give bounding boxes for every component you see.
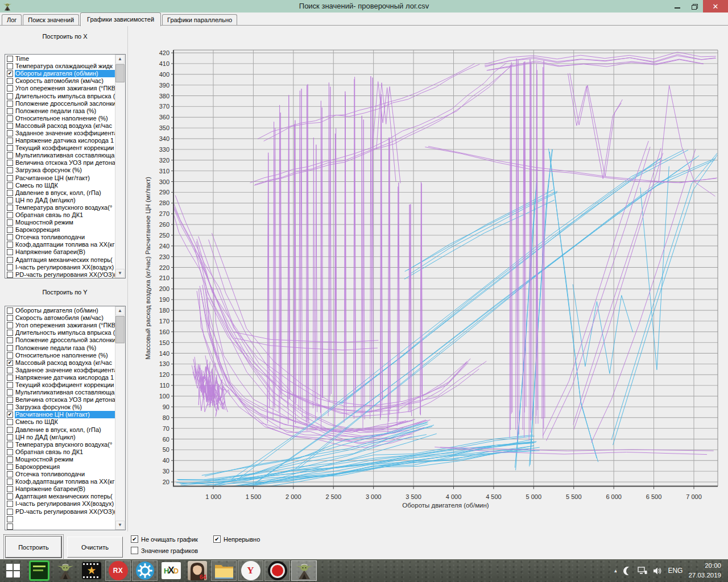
scrollbar-thumb[interactable] bbox=[115, 316, 125, 343]
list-item[interactable]: Текущий коэффициент коррекции bbox=[5, 144, 115, 152]
list-item[interactable]: Положение педали газа (%) bbox=[5, 344, 115, 351]
close-button[interactable]: ✕ bbox=[703, 0, 728, 13]
checkbox[interactable]: ✔ bbox=[213, 535, 221, 543]
item-checkbox[interactable] bbox=[7, 212, 13, 218]
item-checkbox[interactable] bbox=[7, 523, 13, 530]
item-checkbox[interactable] bbox=[7, 197, 13, 203]
list-item[interactable]: Положение дроссельной заслонки bbox=[5, 336, 115, 344]
item-checkbox[interactable] bbox=[7, 205, 13, 211]
list-item[interactable]: Угол опережения зажигания (°ПКВ bbox=[5, 85, 115, 92]
item-checkbox[interactable]: ✔ bbox=[7, 411, 13, 418]
item-checkbox[interactable] bbox=[7, 516, 13, 522]
start-button[interactable] bbox=[0, 559, 26, 582]
clear-button[interactable]: Очистить bbox=[67, 537, 123, 558]
item-checkbox[interactable] bbox=[7, 449, 13, 455]
item-checkbox[interactable] bbox=[7, 167, 13, 173]
item-checkbox[interactable] bbox=[7, 352, 13, 359]
list-item[interactable]: Длительность импульса впрыска ( bbox=[5, 329, 115, 336]
list-item[interactable]: Загрузка форсунок (%) bbox=[5, 404, 115, 411]
item-checkbox[interactable] bbox=[7, 322, 13, 329]
list-item[interactable]: Напряжение датчика кислорода 1 bbox=[5, 374, 115, 381]
scroll-down-arrow[interactable]: ▼ bbox=[115, 521, 125, 530]
list-item[interactable]: Коэф,адаптации топлива на ХХ(кг bbox=[5, 241, 115, 248]
list-item[interactable]: Напряжение батареи(В) bbox=[5, 248, 115, 256]
item-checkbox[interactable] bbox=[7, 397, 13, 403]
tab-search-values[interactable]: Поиск значений bbox=[23, 14, 79, 26]
tab-log[interactable]: Лог bbox=[2, 14, 22, 26]
list-item[interactable] bbox=[5, 516, 115, 523]
hxd-app[interactable]: HXD bbox=[158, 559, 184, 582]
list-item[interactable]: Скорость автомобиля (км/час) bbox=[5, 77, 115, 85]
item-checkbox[interactable] bbox=[7, 509, 13, 515]
list-item[interactable]: Температура впускного воздуха(° bbox=[5, 441, 115, 448]
item-checkbox[interactable] bbox=[7, 471, 13, 477]
item-checkbox[interactable] bbox=[7, 152, 13, 159]
item-checkbox[interactable] bbox=[7, 93, 13, 99]
option-chart-values[interactable]: Значение графиков bbox=[131, 547, 198, 554]
item-checkbox[interactable] bbox=[7, 101, 13, 107]
list-item[interactable]: Мультипликативная составляюща bbox=[5, 389, 115, 396]
list-item[interactable]: Температура охлаждающей жидк bbox=[5, 63, 115, 70]
list-item[interactable]: Загрузка форсунок (%) bbox=[5, 167, 115, 174]
list-item[interactable]: PD-часть регулирования ХХ(УОЗ)( bbox=[5, 271, 115, 278]
item-checkbox[interactable] bbox=[7, 389, 13, 396]
checkbox[interactable]: ✔ bbox=[131, 535, 138, 543]
list-item[interactable]: Напряжение батареи(В) bbox=[5, 485, 115, 493]
list-item[interactable]: Обороты двигателя (об/мин) bbox=[5, 307, 115, 314]
item-checkbox[interactable] bbox=[7, 337, 13, 343]
ecu-chip-app[interactable] bbox=[26, 559, 52, 582]
option-dont-clear-chart[interactable]: ✔ Не очищать график bbox=[131, 535, 198, 543]
list-item[interactable]: Обратная связь по ДК1 bbox=[5, 448, 115, 456]
file-explorer[interactable] bbox=[211, 560, 237, 581]
tab-dependency-charts[interactable]: Графики зависимостей bbox=[80, 13, 161, 26]
item-checkbox[interactable] bbox=[7, 78, 13, 84]
list-item[interactable]: Величина отскока УОЗ при детона bbox=[5, 396, 115, 404]
list-item[interactable]: I-часть регулирования ХХ(воздух) bbox=[5, 500, 115, 508]
tray-app-icon[interactable] bbox=[623, 567, 632, 575]
y-list-scrollbar[interactable]: ▲ ▼ bbox=[115, 306, 125, 530]
scrollbar-thumb[interactable] bbox=[115, 64, 125, 82]
list-item[interactable]: Отсечка топливоподачи bbox=[5, 471, 115, 478]
item-checkbox[interactable] bbox=[7, 63, 13, 69]
item-checkbox[interactable] bbox=[7, 456, 13, 463]
rx-app[interactable]: RX bbox=[105, 560, 131, 581]
item-checkbox[interactable] bbox=[7, 123, 13, 129]
restore-button[interactable] bbox=[686, 0, 703, 13]
item-checkbox[interactable] bbox=[7, 427, 13, 433]
item-checkbox[interactable] bbox=[7, 190, 13, 196]
item-checkbox[interactable] bbox=[7, 315, 13, 321]
list-item[interactable]: Мультипликативная составляюща bbox=[5, 152, 115, 159]
list-item[interactable]: Мощностной режим bbox=[5, 456, 115, 463]
item-checkbox[interactable] bbox=[7, 307, 13, 314]
list-item[interactable]: ✔Массовый расход воздуха (кг/час bbox=[5, 359, 115, 367]
yandex-browser[interactable]: Y bbox=[238, 560, 263, 581]
language-indicator[interactable]: ENG bbox=[668, 567, 682, 575]
item-checkbox[interactable] bbox=[7, 272, 13, 278]
list-item[interactable]: Давление в впуск, колл, (гПа) bbox=[5, 426, 115, 434]
item-checkbox[interactable] bbox=[7, 242, 13, 248]
list-item[interactable]: Time bbox=[5, 55, 115, 63]
list-item[interactable]: Барокоррекция bbox=[5, 463, 115, 471]
list-item[interactable]: Угол опережения зажигания (°ПКВ bbox=[5, 322, 115, 329]
list-item[interactable] bbox=[5, 523, 115, 530]
item-checkbox[interactable]: ✔ bbox=[7, 70, 13, 77]
scroll-up-arrow[interactable]: ▲ bbox=[115, 55, 125, 64]
item-checkbox[interactable] bbox=[7, 138, 13, 144]
x-list-scrollbar[interactable]: ▲ ▼ bbox=[115, 55, 125, 278]
item-checkbox[interactable] bbox=[7, 367, 13, 373]
list-item[interactable]: Адаптация механических потерь( bbox=[5, 256, 115, 264]
scroll-down-arrow[interactable]: ▼ bbox=[115, 269, 125, 278]
item-checkbox[interactable] bbox=[7, 249, 13, 255]
list-item[interactable]: Длительность импульса впрыска ( bbox=[5, 92, 115, 99]
item-checkbox[interactable] bbox=[7, 145, 13, 151]
screen-recorder[interactable] bbox=[264, 560, 290, 581]
list-item[interactable]: Относительное наполнение (%) bbox=[5, 115, 115, 122]
list-item[interactable]: Положение педали газа (%) bbox=[5, 107, 115, 115]
volume-icon[interactable] bbox=[653, 567, 662, 575]
list-item[interactable]: ЦН по ДАД (мг/цикл) bbox=[5, 197, 115, 204]
item-checkbox[interactable] bbox=[7, 345, 13, 351]
list-item[interactable]: Давление в впуск, колл, (гПа) bbox=[5, 189, 115, 197]
list-item[interactable]: Текущий коэффициент коррекции bbox=[5, 381, 115, 389]
item-checkbox[interactable] bbox=[7, 182, 13, 189]
item-checkbox[interactable] bbox=[7, 227, 13, 233]
